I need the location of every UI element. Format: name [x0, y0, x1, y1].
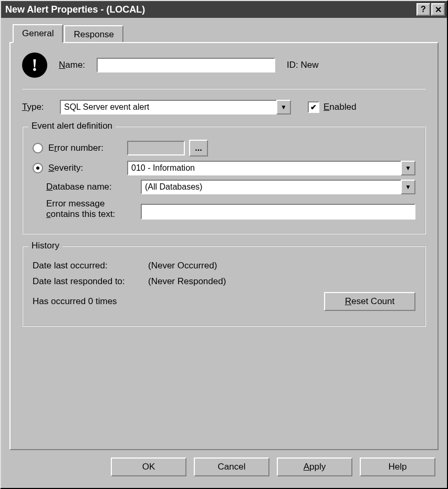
type-row: Type: SQL Server event alert ▼ ✔ Enabled — [22, 100, 426, 115]
close-icon: ✕ — [435, 5, 442, 15]
separator-1 — [22, 88, 426, 89]
history-group: History Date last occurred: (Never Occur… — [22, 246, 426, 327]
database-name-label: Database name: — [46, 182, 112, 192]
type-label: Type: — [22, 102, 54, 112]
event-alert-definition-legend: Event alert definition — [28, 121, 116, 131]
database-name-row: Database name: (All Databases) ▼ — [33, 180, 415, 194]
error-number-label: Error number: — [48, 143, 103, 153]
severity-value: 010 - Information — [127, 161, 401, 175]
id-label: ID: New — [287, 60, 318, 70]
severity-radio[interactable] — [33, 163, 43, 173]
date-last-occurred-label: Date last occurred: — [33, 261, 148, 271]
cancel-button[interactable]: Cancel — [194, 457, 269, 476]
ok-button[interactable]: OK — [111, 457, 186, 476]
error-number-row: Error number: ... — [33, 140, 415, 157]
help-button[interactable]: Help — [360, 457, 435, 476]
event-alert-definition-group: Event alert definition Error number: ...… — [22, 126, 426, 234]
browse-error-button[interactable]: ... — [189, 140, 208, 157]
enabled-checkbox[interactable]: ✔ — [308, 101, 319, 113]
close-button-titlebar[interactable]: ✕ — [431, 3, 445, 16]
date-last-occurred-value: (Never Occurred) — [148, 261, 217, 271]
enabled-control[interactable]: ✔ Enabled — [308, 101, 356, 113]
severity-combo[interactable]: 010 - Information ▼ — [127, 161, 415, 175]
titlebar: New Alert Properties - (LOCAL) ? ✕ — [1, 1, 447, 18]
date-last-responded-row: Date last responded to: (Never Responded… — [33, 276, 415, 287]
error-message-label-line2: contains this text: — [46, 209, 115, 220]
chevron-down-icon[interactable]: ▼ — [401, 180, 415, 194]
tab-response[interactable]: Response — [64, 25, 123, 44]
browse-label: ... — [195, 143, 202, 153]
error-number-radio[interactable] — [33, 143, 43, 153]
enabled-label: Enabled — [324, 102, 356, 112]
name-input[interactable] — [97, 58, 275, 72]
chevron-down-icon[interactable]: ▼ — [401, 161, 415, 175]
database-combo[interactable]: (All Databases) ▼ — [141, 180, 415, 194]
error-message-label-line1: Error message — [46, 199, 105, 209]
date-last-responded-label: Date last responded to: — [33, 276, 148, 287]
severity-label: Severity: — [48, 163, 83, 173]
date-last-responded-value: (Never Responded) — [148, 276, 226, 287]
question-icon: ? — [421, 5, 426, 14]
tabstrip: General Response — [9, 24, 439, 43]
error-number-input — [127, 141, 185, 155]
occur-count-label: Has occurred 0 times — [33, 296, 117, 307]
alert-icon: ! — [22, 53, 47, 78]
error-message-text-input[interactable] — [141, 204, 415, 220]
name-label: Name: — [59, 60, 85, 70]
apply-button[interactable]: Apply — [277, 457, 352, 476]
reset-count-button[interactable]: Reset Count — [324, 292, 415, 311]
occur-count-row: Has occurred 0 times Reset Count — [33, 292, 415, 311]
severity-row: Severity: 010 - Information ▼ — [33, 161, 415, 175]
history-legend: History — [28, 241, 62, 251]
type-combo[interactable]: SQL Server event alert ▼ — [60, 100, 291, 115]
help-button-titlebar[interactable]: ? — [416, 3, 430, 16]
name-row: ! Name: ID: New — [22, 53, 426, 78]
dialog-footer: OK Cancel Apply Help — [9, 450, 439, 480]
tab-panel-general: ! Name: ID: New Type: SQL Server event a… — [9, 42, 439, 450]
dialog-window: New Alert Properties - (LOCAL) ? ✕ Gener… — [0, 0, 448, 489]
type-value: SQL Server event alert — [60, 100, 276, 115]
window-title: New Alert Properties - (LOCAL) — [3, 4, 415, 15]
date-last-occurred-row: Date last occurred: (Never Occurred) — [33, 261, 415, 271]
chevron-down-icon[interactable]: ▼ — [276, 100, 291, 115]
tab-general[interactable]: General — [13, 24, 63, 43]
client-area: General Response ! Name: ID: New Type: S… — [1, 18, 447, 488]
error-message-text-row: Error message contains this text: — [33, 199, 415, 220]
database-value: (All Databases) — [141, 180, 401, 194]
